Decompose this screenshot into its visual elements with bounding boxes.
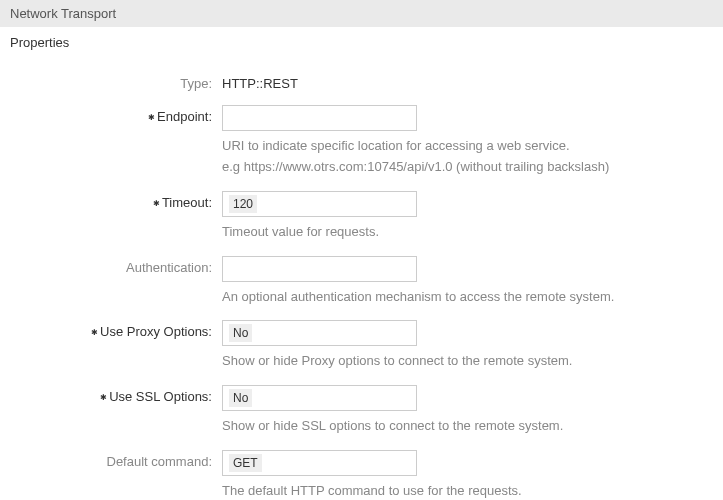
row-timeout: Timeout: 120 Timeout value for requests. — [10, 191, 713, 242]
use-proxy-value: No — [229, 324, 252, 342]
endpoint-input[interactable] — [222, 105, 417, 131]
row-endpoint: Endpoint: URI to indicate specific locat… — [10, 105, 713, 177]
hint-default-command: The default HTTP command to use for the … — [222, 482, 713, 500]
label-type: Type: — [10, 72, 222, 91]
default-command-value: GET — [229, 454, 262, 472]
label-authentication: Authentication: — [10, 256, 222, 275]
label-timeout: Timeout: — [10, 191, 222, 210]
use-ssl-value: No — [229, 389, 252, 407]
panel-title: Network Transport — [10, 6, 116, 21]
hint-endpoint-2: e.g https://www.otrs.com:10745/api/v1.0 … — [222, 158, 713, 177]
section-title-text: Properties — [10, 35, 69, 50]
hint-use-proxy: Show or hide Proxy options to connect to… — [222, 352, 713, 371]
timeout-value: 120 — [229, 195, 257, 213]
row-authentication: Authentication: An optional authenticati… — [10, 256, 713, 307]
default-command-select[interactable]: GET — [222, 450, 417, 476]
section-title: Properties — [0, 27, 723, 58]
hint-timeout: Timeout value for requests. — [222, 223, 713, 242]
panel-header: Network Transport — [0, 0, 723, 27]
value-type: HTTP::REST — [222, 72, 713, 91]
form: Type: HTTP::REST Endpoint: URI to indica… — [0, 72, 723, 500]
authentication-select[interactable] — [222, 256, 417, 282]
label-default-command: Default command: — [10, 450, 222, 469]
row-type: Type: HTTP::REST — [10, 72, 713, 91]
row-default-command: Default command: GET The default HTTP co… — [10, 450, 713, 500]
row-use-proxy: Use Proxy Options: No Show or hide Proxy… — [10, 320, 713, 371]
use-ssl-select[interactable]: No — [222, 385, 417, 411]
hint-authentication: An optional authentication mechanism to … — [222, 288, 713, 307]
timeout-select[interactable]: 120 — [222, 191, 417, 217]
label-use-ssl: Use SSL Options: — [10, 385, 222, 404]
use-proxy-select[interactable]: No — [222, 320, 417, 346]
hint-use-ssl: Show or hide SSL options to connect to t… — [222, 417, 713, 436]
label-endpoint: Endpoint: — [10, 105, 222, 124]
row-use-ssl: Use SSL Options: No Show or hide SSL opt… — [10, 385, 713, 436]
label-use-proxy: Use Proxy Options: — [10, 320, 222, 339]
hint-endpoint-1: URI to indicate specific location for ac… — [222, 137, 713, 156]
